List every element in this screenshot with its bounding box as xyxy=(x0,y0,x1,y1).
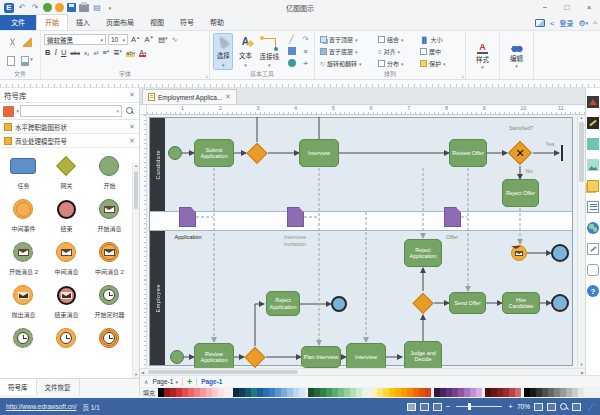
underline-icon[interactable]: U xyxy=(60,48,67,57)
center-button[interactable]: 居中 xyxy=(420,46,456,57)
symbol-item[interactable]: 中间事件 xyxy=(2,193,45,236)
protect-button[interactable]: 保护▾ xyxy=(420,58,456,69)
node-start2[interactable] xyxy=(170,350,184,364)
collapse-pagebar-icon[interactable]: ∧ xyxy=(144,378,148,385)
symbol-item[interactable]: 开始 xyxy=(88,150,131,193)
symbol-item[interactable]: 开始消息 2 xyxy=(2,236,45,279)
menu-tab-开始[interactable]: 开始 xyxy=(36,14,68,30)
color-swatch[interactable] xyxy=(578,388,584,397)
node-endbar[interactable] xyxy=(561,145,563,161)
node-gw1[interactable] xyxy=(246,142,268,164)
align-button[interactable]: ≡对齐▾ xyxy=(378,46,416,57)
help-icon[interactable]: ? xyxy=(587,285,599,297)
color-swatch[interactable] xyxy=(515,388,521,397)
horizontal-scrollbar[interactable]: ◀▶ xyxy=(140,368,585,375)
view-page-icon[interactable] xyxy=(420,403,429,411)
search-icon[interactable] xyxy=(126,107,134,115)
share-icon[interactable]: < xyxy=(550,19,555,28)
rectangle-tool-icon[interactable] xyxy=(286,46,297,56)
increase-font-icon[interactable]: A▲ xyxy=(130,35,141,44)
node-reject-offer[interactable]: Reject Offer xyxy=(502,179,539,207)
page-tab[interactable]: Page-1 xyxy=(201,378,222,385)
font-family-select[interactable]: 微软雅黑▾ xyxy=(44,34,106,45)
settings-gear-icon[interactable]: ⚙▾ xyxy=(579,19,589,28)
node-doc-invitation[interactable] xyxy=(287,207,304,227)
menu-tab-文件[interactable]: 文件 xyxy=(0,15,36,30)
color-swatch[interactable] xyxy=(224,388,230,397)
library-section-bpmn[interactable]: 商业处理模型符号 ✕ xyxy=(0,134,139,148)
login-button[interactable]: 登录 xyxy=(560,18,574,28)
node-doc-application[interactable] xyxy=(179,207,196,227)
node-submit[interactable]: Submit Application xyxy=(194,139,234,167)
comment-panel-icon[interactable]: … xyxy=(587,264,599,276)
collapse-ribbon-icon[interactable]: ^ xyxy=(593,19,597,28)
edit-button[interactable]: 编辑▾ xyxy=(504,41,530,71)
edraw-link[interactable]: http://www.edrawsoft.cn/ xyxy=(6,403,76,410)
line-tool-icon[interactable]: ╱ xyxy=(286,34,297,44)
size-button[interactable]: ▐▌大小 xyxy=(420,34,456,45)
symbol-item[interactable] xyxy=(88,322,131,365)
bring-to-front-button[interactable]: 置于顶层▾ xyxy=(320,34,374,45)
node-interview2[interactable]: Interview xyxy=(346,343,386,368)
node-end-c[interactable] xyxy=(551,294,569,312)
zoom-out-icon[interactable]: − xyxy=(446,403,451,411)
close-section-icon[interactable]: ✕ xyxy=(129,137,135,145)
zoom-tool-icon[interactable] xyxy=(560,403,568,411)
bullet-list-icon[interactable]: ≣▾ xyxy=(112,48,123,57)
superscript-icon[interactable]: x² xyxy=(92,50,99,56)
save-icon[interactable] xyxy=(67,3,76,12)
minimize-button[interactable]: − xyxy=(534,0,556,15)
hyperlink-panel-icon[interactable] xyxy=(587,222,599,234)
node-gw3[interactable] xyxy=(244,346,266,368)
text-tool-button[interactable]: A 文本▾ xyxy=(235,33,255,70)
font-color-icon[interactable]: A▾ xyxy=(138,49,147,56)
node-reject-app-mid[interactable]: Reject Application xyxy=(266,291,300,316)
paste-button[interactable]: ▾ xyxy=(21,56,33,66)
color-swatch[interactable] xyxy=(425,388,431,397)
copy-icon[interactable] xyxy=(7,56,15,66)
node-judge[interactable]: Judge and Decide xyxy=(404,341,442,368)
fit-width-icon[interactable] xyxy=(547,403,556,411)
menu-tab-视图[interactable]: 视图 xyxy=(142,15,172,30)
style-button[interactable]: A 样式▾ xyxy=(470,40,496,72)
text-spacing-icon[interactable]: ▤▾ xyxy=(157,35,169,44)
curve-tool-icon[interactable]: ↷ xyxy=(300,34,311,44)
close-section-icon[interactable]: ✕ xyxy=(129,123,135,131)
symbol-item[interactable]: 网关 xyxy=(45,150,88,193)
fit-page-icon[interactable] xyxy=(534,403,543,411)
color-swatch[interactable] xyxy=(476,388,482,397)
node-msg-event[interactable] xyxy=(511,245,527,261)
bold-icon[interactable]: B xyxy=(44,48,51,57)
node-send-offer[interactable]: Send Offer xyxy=(449,292,486,314)
symbol-item[interactable]: 中间消息 xyxy=(45,236,88,279)
symbol-item[interactable] xyxy=(45,322,88,365)
anchor-tool-icon[interactable]: + xyxy=(300,58,311,68)
image-panel-icon[interactable] xyxy=(587,159,599,171)
menu-tab-页面布局[interactable]: 页面布局 xyxy=(98,15,142,30)
format-pen-icon[interactable] xyxy=(587,117,599,129)
node-gwx[interactable]: ✕ xyxy=(507,140,533,166)
node-interview1[interactable]: Interview xyxy=(299,139,339,167)
close-document-icon[interactable]: ✕ xyxy=(225,93,231,101)
node-end-b[interactable] xyxy=(331,296,347,312)
connector-tool-button[interactable]: 连接线▾ xyxy=(258,33,281,70)
symbol-item[interactable]: 结束消息 xyxy=(45,279,88,322)
font-dialog-launcher[interactable]: ⌟ xyxy=(205,71,208,78)
distribute-button[interactable]: 分布▾ xyxy=(378,58,416,69)
subscript-icon[interactable]: x₂ xyxy=(83,50,90,56)
symbol-item[interactable]: 结束 xyxy=(45,193,88,236)
color-swatch[interactable] xyxy=(362,388,368,397)
open-icon[interactable] xyxy=(55,3,64,12)
menu-tab-帮助[interactable]: 帮助 xyxy=(202,15,232,30)
symbol-item[interactable]: 中间消息 2 xyxy=(88,236,131,279)
cut-icon[interactable] xyxy=(8,38,17,47)
erase-tool-icon[interactable]: × xyxy=(300,46,311,56)
import-icon[interactable] xyxy=(43,3,52,12)
symbol-item[interactable]: 抛出消息 xyxy=(2,279,45,322)
zoom-slider[interactable] xyxy=(456,406,502,407)
group-button[interactable]: 组合▾ xyxy=(378,34,416,45)
panel-tab-symbols[interactable]: 符号库 xyxy=(0,379,37,395)
page-select[interactable]: Page-1▾ xyxy=(152,378,177,385)
panel-scrollbar[interactable]: ▲▼ xyxy=(132,163,139,378)
library-section-crossfunctional[interactable]: 水平跨职能图形状 ✕ xyxy=(0,120,139,134)
